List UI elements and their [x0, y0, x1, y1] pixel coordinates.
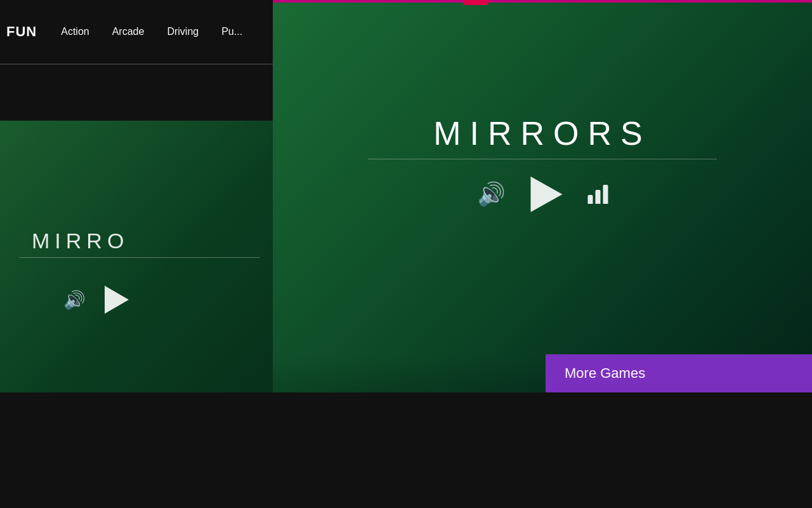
left-sound-icon[interactable]: 🔊 [63, 290, 86, 311]
main-bars-icon[interactable] [588, 185, 608, 204]
main-sound-icon[interactable]: 🔊 [477, 181, 506, 208]
more-games-label[interactable]: More Games [565, 365, 645, 382]
left-game-line [19, 257, 260, 258]
main-play-button[interactable] [531, 177, 563, 212]
nav-item-puzzle[interactable]: Pu... [221, 26, 242, 37]
main-game-line [368, 159, 717, 159]
left-game-title: MIRRO [32, 229, 129, 253]
left-play-button[interactable] [105, 286, 129, 314]
top-dot [463, 0, 488, 5]
nav-bar: FUN Action Arcade Driving Pu... [0, 0, 273, 64]
site-logo[interactable]: FUN [6, 23, 37, 40]
more-games-bar[interactable]: More Games Full Screen [546, 354, 812, 392]
nav-item-action[interactable]: Action [61, 26, 89, 37]
header: FUN Action Arcade Driving Pu... [0, 0, 273, 121]
main-game-controls: 🔊 [477, 177, 608, 212]
nav-item-arcade[interactable]: Arcade [112, 26, 145, 37]
nav-item-driving[interactable]: Driving [167, 26, 199, 37]
left-game-controls: 🔊 [63, 286, 129, 314]
main-game-title: MIRRORS [433, 114, 652, 152]
bottom-bar: ★ ★ ★ ★ f 💾 Save Score ↻ Refresh [0, 392, 812, 508]
nav-divider [0, 64, 273, 65]
top-accent-bar [273, 0, 812, 3]
